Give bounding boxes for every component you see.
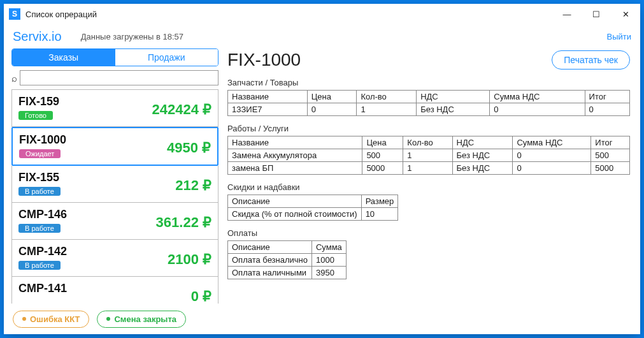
col-header: Итог [591, 136, 630, 149]
cell: Без НДС [452, 162, 513, 175]
col-header: НДС [417, 91, 490, 103]
cell: 0 [513, 162, 591, 175]
order-item[interactable]: FIX-1000Ожидает4950 ₽ [11, 127, 218, 166]
cell: замена БП [228, 162, 362, 175]
discounts-table: ОписаниеРазмерСкидка (% от полной стоимо… [227, 195, 398, 221]
table-row: Скидка (% от полной стоимости)10 [228, 208, 398, 221]
order-id: FIX-155 [18, 171, 61, 184]
logout-link[interactable]: Выйти [607, 32, 632, 41]
col-header: Сумма НДС [513, 136, 591, 149]
order-price: 2100 ₽ [168, 245, 211, 268]
cell: Без НДС [452, 149, 513, 162]
cell: 1000 [311, 254, 346, 267]
left-panel: Заказы Продажи ⌕ FIX-159Готово242424 ₽FI… [11, 48, 218, 304]
tab-orders[interactable]: Заказы [12, 49, 115, 66]
detail-panel: FIX-1000 Печатать чек Запчасти / Товары … [227, 48, 633, 304]
col-header: Название [228, 91, 308, 103]
cell: 5000 [362, 162, 403, 175]
table-row: замена БП50001Без НДС05000 [228, 162, 630, 175]
col-header: Описание [228, 195, 362, 208]
order-id: CMP-142 [18, 245, 67, 258]
section-parts-title: Запчасти / Товары [227, 78, 630, 87]
print-receipt-button[interactable]: Печатать чек [552, 50, 630, 70]
cell: Без НДС [417, 103, 490, 116]
order-item[interactable]: CMP-1410 ₽ [11, 277, 218, 304]
order-status-badge: Ожидает [19, 149, 61, 158]
cell: Скидка (% от полной стоимости) [228, 208, 362, 221]
order-id: CMP-146 [18, 208, 67, 221]
order-price: 0 ₽ [191, 282, 211, 304]
orders-list[interactable]: FIX-159Готово242424 ₽FIX-1000Ожидает4950… [11, 89, 218, 304]
topbar: Servix.io Данные загружены в 18:57 Выйти [4, 24, 640, 48]
table-row: Оплата наличными3950 [228, 267, 347, 279]
col-header: Кол-во [403, 136, 452, 149]
cell: 500 [362, 149, 403, 162]
order-item[interactable]: FIX-159Готово242424 ₽ [11, 90, 218, 127]
col-header: Сумма [311, 241, 346, 254]
cell: 1 [403, 149, 452, 162]
cell: 5000 [591, 162, 630, 175]
cell: 13ЗИЕ7 [228, 103, 308, 116]
kkt-error-pill[interactable]: Ошибка ККТ [13, 311, 89, 328]
window-title: Список опрераций [25, 10, 552, 19]
cell: 3950 [311, 267, 346, 279]
cell: Оплата безналично [228, 254, 312, 267]
cell: 1 [403, 162, 452, 175]
order-status-badge: В работе [18, 224, 61, 233]
col-header: Описание [228, 241, 312, 254]
col-header: Цена [362, 136, 403, 149]
cell: Оплата наличными [228, 267, 312, 279]
order-status-badge: В работе [18, 261, 61, 270]
col-header: Название [228, 136, 362, 149]
tabs: Заказы Продажи [11, 48, 218, 66]
cell: 0 [307, 103, 357, 116]
maximize-button[interactable]: ☐ [582, 4, 611, 24]
order-item[interactable]: FIX-155В работе212 ₽ [11, 166, 218, 203]
cell: 0 [513, 149, 591, 162]
table-row: Замена Аккумулятора5001Без НДС0500 [228, 149, 630, 162]
order-item[interactable]: CMP-142В работе2100 ₽ [11, 240, 218, 277]
table-row: 13ЗИЕ701Без НДС00 [228, 103, 630, 116]
titlebar: S Список опрераций — ☐ ✕ [4, 4, 640, 24]
order-price: 361.22 ₽ [156, 208, 211, 231]
section-services-title: Работы / Услуги [227, 124, 630, 133]
col-header: Сумма НДС [490, 91, 585, 103]
app-window: S Список опрераций — ☐ ✕ Servix.io Данны… [4, 4, 640, 334]
close-button[interactable]: ✕ [611, 4, 640, 24]
col-header: Итог [585, 91, 629, 103]
search-icon: ⌕ [11, 73, 17, 84]
cell: 500 [591, 149, 630, 162]
order-id: FIX-159 [18, 95, 59, 108]
search-input[interactable] [20, 70, 218, 85]
parts-table: НазваниеЦенаКол-воНДССумма НДСИтог13ЗИЕ7… [227, 90, 630, 116]
order-price: 4950 ₽ [167, 133, 211, 156]
order-price: 242424 ₽ [152, 95, 211, 118]
footer: Ошибка ККТ Смена закрыта [4, 304, 640, 334]
cell: 0 [585, 103, 629, 116]
app-icon: S [9, 8, 20, 20]
col-header: Размер [361, 195, 398, 208]
minimize-button[interactable]: — [552, 4, 582, 24]
table-row: Оплата безналично1000 [228, 254, 347, 267]
sync-status: Данные загружены в 18:57 [81, 32, 183, 41]
brand: Servix.io [13, 29, 62, 44]
col-header: НДС [452, 136, 513, 149]
order-status-badge: Готово [18, 111, 53, 120]
shift-status-pill[interactable]: Смена закрыта [97, 311, 186, 328]
detail-title: FIX-1000 [227, 50, 301, 70]
cell: 1 [357, 103, 417, 116]
section-payments-title: Оплаты [227, 228, 630, 238]
cell: Замена Аккумулятора [228, 149, 362, 162]
order-status-badge: В работе [18, 187, 61, 196]
order-price: 212 ₽ [175, 171, 211, 194]
order-item[interactable]: CMP-146В работе361.22 ₽ [11, 203, 218, 240]
section-discounts-title: Скидки и надбавки [227, 182, 630, 192]
tab-sales[interactable]: Продажи [115, 49, 218, 66]
order-id: CMP-141 [18, 282, 67, 295]
payments-table: ОписаниеСуммаОплата безналично1000Оплата… [227, 240, 347, 279]
services-table: НазваниеЦенаКол-воНДССумма НДСИтогЗамена… [227, 136, 630, 175]
col-header: Цена [307, 91, 357, 103]
cell: 0 [490, 103, 585, 116]
order-id: FIX-1000 [19, 133, 66, 147]
col-header: Кол-во [357, 91, 417, 103]
